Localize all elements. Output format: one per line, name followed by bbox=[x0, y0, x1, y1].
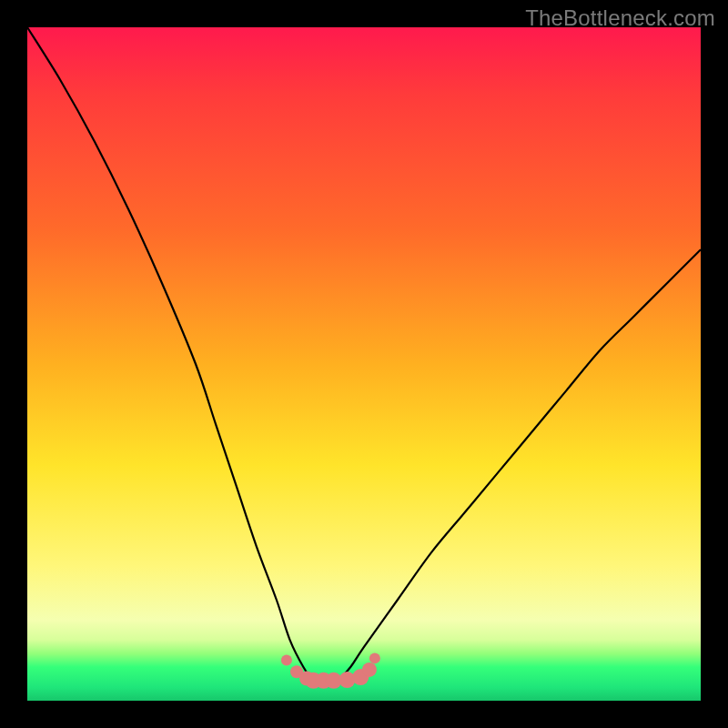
floor-dot bbox=[362, 662, 377, 677]
outer-frame: TheBottleneck.com bbox=[0, 0, 728, 728]
floor-dot bbox=[281, 655, 292, 666]
chart-svg bbox=[27, 27, 701, 701]
attribution-text: TheBottleneck.com bbox=[525, 5, 715, 31]
bottleneck-curve bbox=[27, 27, 701, 682]
curve-path bbox=[27, 27, 701, 682]
plot-area bbox=[27, 27, 701, 701]
floor-dot bbox=[339, 672, 356, 688]
floor-dots-group bbox=[281, 652, 380, 688]
floor-dot bbox=[369, 652, 380, 663]
